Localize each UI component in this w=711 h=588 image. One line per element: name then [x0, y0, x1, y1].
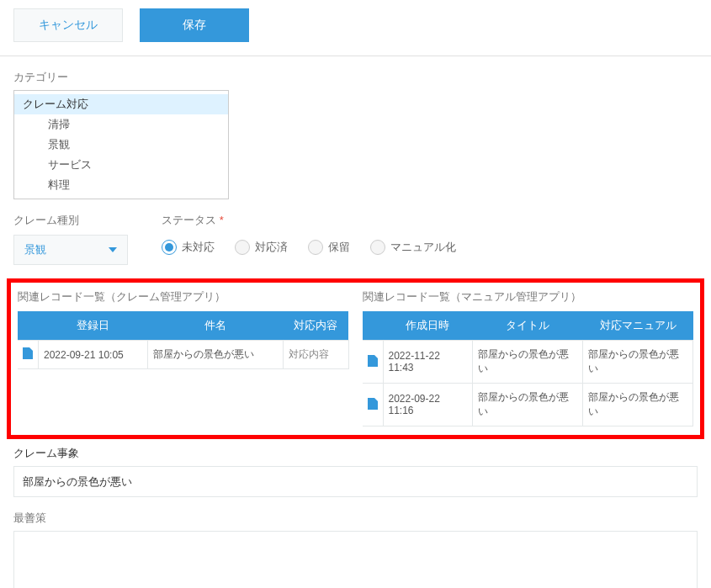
table-row[interactable]: 2022-09-21 10:05 部屋からの景色が悪い 対応内容 [18, 341, 348, 369]
related-claim-title: 関連レコード一覧（クレーム管理アプリ） [18, 289, 349, 305]
radio-icon [370, 240, 385, 255]
category-item-claim[interactable]: クレーム対応 [14, 94, 228, 114]
table-row[interactable]: 2022-11-22 11:43 部屋からの景色が悪い 部屋からの景色が悪い [363, 341, 693, 384]
col-title: タイトル [473, 311, 583, 341]
related-manual-table-box: 関連レコード一覧（マニュアル管理アプリ） 作成日時 タイトル 対応マニュアル 2… [363, 289, 694, 426]
cancel-button[interactable]: キャンセル [13, 8, 123, 42]
claim-type-label: クレーム種別 [13, 213, 128, 228]
claim-detail-input[interactable] [13, 466, 698, 497]
status-option-done[interactable]: 対応済 [235, 240, 288, 255]
radio-icon [162, 240, 177, 255]
category-item-cleaning[interactable]: 清掃 [14, 114, 228, 135]
col-manual: 対応マニュアル [583, 311, 693, 341]
related-claim-table: 登録日 件名 対応内容 2022-09-21 10:05 部屋からの景色が悪い … [18, 311, 349, 369]
chevron-down-icon [109, 247, 117, 252]
related-manual-table: 作成日時 タイトル 対応マニュアル 2022-11-22 11:43 部屋からの… [363, 311, 694, 426]
status-radio-group: 未対応 対応済 保留 マニュアル化 [162, 240, 456, 255]
claim-detail-label: クレーム事象 [0, 446, 711, 466]
related-manual-title: 関連レコード一覧（マニュアル管理アプリ） [363, 289, 694, 305]
status-option-pending[interactable]: 未対応 [162, 240, 215, 255]
status-option-hold[interactable]: 保留 [308, 240, 350, 255]
radio-icon [235, 240, 250, 255]
divider [0, 56, 711, 56]
document-icon [23, 347, 33, 359]
claim-type-dropdown[interactable]: 景観 [13, 235, 128, 265]
status-label: ステータス * [162, 213, 456, 228]
col-action: 対応内容 [284, 311, 348, 341]
category-item-food[interactable]: 料理 [14, 175, 228, 195]
save-button[interactable]: 保存 [140, 8, 249, 42]
col-subject: 件名 [148, 311, 284, 341]
related-claim-table-box: 関連レコード一覧（クレーム管理アプリ） 登録日 件名 対応内容 2022-09-… [18, 289, 349, 426]
claim-type-value: 景観 [24, 242, 46, 257]
status-option-manualized[interactable]: マニュアル化 [370, 240, 456, 255]
document-icon [368, 398, 378, 410]
improvement-label: 最善策 [13, 511, 698, 526]
required-mark: * [220, 214, 224, 226]
col-registered-date: 登録日 [39, 311, 148, 341]
improvement-textarea[interactable] [13, 531, 698, 588]
col-created: 作成日時 [383, 311, 473, 341]
category-tree[interactable]: クレーム対応 清掃 景観 サービス 料理 [13, 90, 229, 199]
highlight-annotation: 関連レコード一覧（クレーム管理アプリ） 登録日 件名 対応内容 2022-09-… [7, 278, 704, 439]
category-label: カテゴリー [13, 70, 698, 85]
category-item-view[interactable]: 景観 [14, 135, 228, 155]
radio-icon [308, 240, 323, 255]
category-item-service[interactable]: サービス [14, 155, 228, 175]
table-row[interactable]: 2022-09-22 11:16 部屋からの景色が悪い 部屋からの景色が悪い [363, 384, 693, 426]
document-icon [368, 355, 378, 367]
